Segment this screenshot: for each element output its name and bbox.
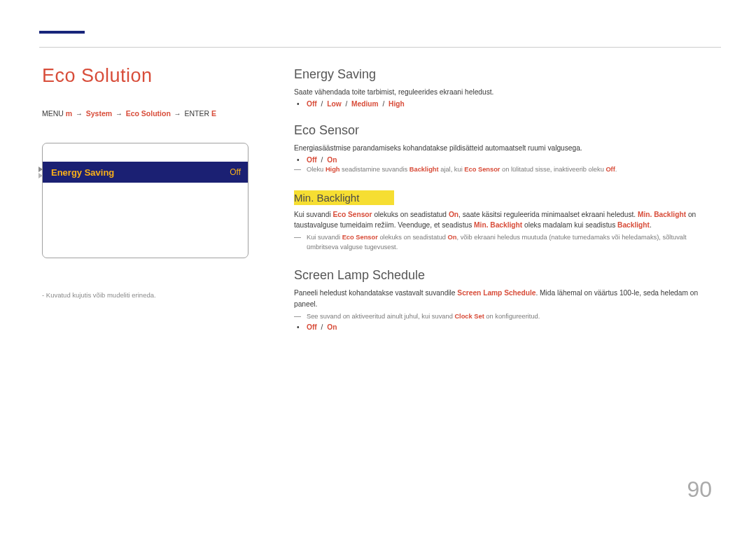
note-screen-lamp: See suvand on aktiveeritud ainult juhul,… [294,312,714,322]
bullet-energy-saving: Off / Low / Medium / High [307,100,714,108]
t: olekuks on seadistatud [372,211,449,218]
note-min-backlight: Kui suvandi Eco Sensor olekuks on seadis… [294,233,714,253]
opt-off: Off [307,156,317,164]
desc-min-backlight: Kui suvandi Eco Sensor olekuks on seadis… [294,209,714,232]
opt-on: On [327,323,337,331]
breadcrumb-menu-icon: m [66,109,72,118]
opt-high: High [388,100,405,108]
bullet-screen-lamp: Off / On [307,323,714,331]
header-rule [39,47,721,48]
opt-low: Low [327,100,341,108]
hl: Backlight [410,166,439,173]
t: See suvand on aktiveeritud ainult juhul,… [307,313,454,320]
t: seadistamine suvandis [340,166,410,173]
t: Paneeli heledust kohandatakse vastavalt … [294,289,457,297]
t: on lülitatud sisse, inaktiveerib oleku [500,166,606,173]
breadcrumb: MENU m → System → Eco Solution → ENTER E [42,109,273,118]
t: Kui suvandi [294,211,333,218]
hl: Backlight [617,221,650,229]
right-column: Energy Saving Saate vähendada toite tarb… [294,48,714,332]
section-eco-sensor: Eco Sensor Energiasäästmise parandamisek… [294,123,714,175]
desc-energy-saving: Saate vähendada toite tarbimist, regulee… [294,87,714,98]
sep: / [344,100,350,108]
opt-off: Off [307,323,317,331]
heading-energy-saving: Energy Saving [294,67,714,82]
page-columns: Eco Solution MENU m → System → Eco Solut… [0,48,756,332]
breadcrumb-enter-icon: E [211,109,216,118]
t: , saate käsitsi reguleerida minimaalset … [458,211,638,218]
page-number: 90 [687,477,712,503]
section-min-backlight: Min. Backlight Kui suvandi Eco Sensor ol… [294,190,714,253]
breadcrumb-enter: ENTER [184,109,211,118]
hl: Clock Set [454,313,484,320]
t: Oleku [307,166,326,173]
t: . [650,221,652,229]
section-screen-lamp: Screen Lamp Schedule Paneeli heledust ko… [294,268,714,331]
breadcrumb-arrow: → [172,110,183,118]
note-eco-sensor: Oleku High seadistamine suvandis Backlig… [294,165,714,175]
hl: Eco Sensor [333,211,372,218]
t: on konfigureeritud. [484,313,540,320]
desc-eco-sensor: Energiasäästmise parandamiseks kohandata… [294,143,714,154]
heading-screen-lamp: Screen Lamp Schedule [294,268,714,283]
left-column: Eco Solution MENU m → System → Eco Solut… [42,48,294,332]
opt-on: On [327,156,337,164]
energy-saving-row[interactable]: Energy Saving Off [43,162,248,183]
hl: Min. Backlight [474,221,522,229]
hl: Eco Sensor [342,234,378,241]
breadcrumb-eco: Eco Solution [126,109,171,118]
t: . [615,166,617,173]
page-title: Eco Solution [42,65,273,87]
sep: / [319,100,326,108]
opt-medium: Medium [351,100,379,108]
hl: High [326,166,340,173]
heading-min-backlight: Min. Backlight [294,190,394,205]
hl: Off [606,166,615,173]
energy-saving-value: Off [230,167,241,177]
breadcrumb-system: System [86,109,112,118]
bullet-eco-sensor: Off / On [307,156,714,164]
sep: / [319,323,326,331]
t: olekuks on seadistatud [378,234,448,241]
settings-panel: Energy Saving Off [42,143,248,258]
breadcrumb-arrow: → [113,110,125,118]
hl: Screen Lamp Schedule [457,289,536,297]
opt-off: Off [307,100,317,108]
sep: / [319,156,326,164]
hl: On [448,234,457,241]
section-energy-saving: Energy Saving Saate vähendada toite tarb… [294,67,714,108]
energy-saving-label: Energy Saving [51,167,114,178]
t: Kui suvandi [307,234,342,241]
t: ajal, kui [439,166,465,173]
hl: On [449,211,458,218]
sep: / [381,100,387,108]
desc-screen-lamp: Paneeli heledust kohandatakse vastavalt … [294,288,714,310]
t: oleks madalam kui seadistus [522,221,617,229]
hl: Eco Sensor [464,166,500,173]
breadcrumb-arrow: → [74,110,85,118]
heading-eco-sensor: Eco Sensor [294,123,714,138]
panel-footnote: - Kuvatud kujutis võib mudeliti erineda. [42,291,273,299]
hl: Min. Backlight [638,211,686,218]
breadcrumb-menu: MENU [42,109,66,118]
